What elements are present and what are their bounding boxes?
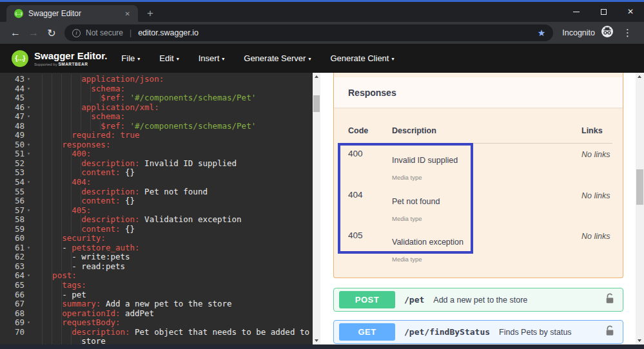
code-line[interactable]: 67 summary: Add a new pet to the store <box>0 299 313 309</box>
code-line[interactable]: store <box>0 337 313 344</box>
method-badge[interactable]: POST <box>339 291 395 308</box>
line-number[interactable]: 44 <box>0 84 24 94</box>
line-number[interactable]: 58 <box>0 215 24 225</box>
line-number[interactable]: 49 <box>0 131 24 140</box>
line-number[interactable]: 67 <box>0 299 24 309</box>
code-line[interactable]: 65 tags: <box>0 281 313 290</box>
code-line[interactable]: 66 - pet <box>0 290 313 300</box>
preview-scrollbar[interactable] <box>636 73 644 344</box>
line-number[interactable]: 47 <box>0 112 24 122</box>
code-line[interactable]: 56 content: {} <box>0 196 313 206</box>
close-window-button[interactable]: ✕ <box>617 2 644 21</box>
endpoint-post--pet[interactable]: POST/petAdd a new pet to the store <box>333 288 623 312</box>
line-number[interactable]: 48 <box>0 122 24 131</box>
fold-marker-icon[interactable]: ▾ <box>24 318 33 328</box>
line-number[interactable]: 70 <box>0 328 24 337</box>
line-number[interactable]: 62 <box>0 252 24 262</box>
code-line[interactable]: 64▾ post: <box>0 271 313 281</box>
back-button[interactable]: ← <box>6 27 24 39</box>
code-line[interactable]: 44▾ schema: <box>0 84 313 94</box>
new-tab-button[interactable]: + <box>147 8 153 19</box>
scroll-up-icon[interactable] <box>636 73 643 80</box>
scroll-down-icon[interactable] <box>313 337 320 344</box>
reload-button[interactable]: ↻ <box>43 27 61 39</box>
code-line[interactable]: 70 description: Pet object that needs to… <box>0 328 313 337</box>
code-line[interactable]: 47▾ schema: <box>0 112 313 122</box>
code-line[interactable]: 60 security: <box>0 234 313 243</box>
line-number[interactable] <box>0 337 24 344</box>
browser-tab[interactable]: {…} Swagger Editor ✕ <box>6 5 138 22</box>
fold-marker-icon[interactable]: ▾ <box>24 206 33 216</box>
scroll-down-icon[interactable] <box>636 337 643 344</box>
page-info-icon[interactable]: i <box>72 29 81 37</box>
menu-generate-client[interactable]: Generate Client▾ <box>330 53 394 63</box>
code-line[interactable]: 61▾ - petstore_auth: <box>0 243 313 253</box>
code-line[interactable]: 55 description: Pet not found <box>0 187 313 197</box>
endpoint-get--pet-findByStatus[interactable]: GET/pet/findByStatusFinds Pets by status <box>333 320 623 344</box>
code-line[interactable]: 51▾ 400: <box>0 149 313 159</box>
line-number[interactable]: 59 <box>0 225 24 234</box>
code-line[interactable]: 57▾ 405: <box>0 206 313 216</box>
code-line[interactable]: 59 content: {} <box>0 225 313 234</box>
code-line[interactable]: 58 description: Validation exception <box>0 215 313 225</box>
forward-button[interactable]: → <box>24 27 43 39</box>
code-line[interactable]: 45 $ref: '#/components/schemas/Pet' <box>0 93 313 103</box>
code-line[interactable]: 52 description: Invalid ID supplied <box>0 159 313 169</box>
maximize-button[interactable] <box>590 2 617 21</box>
fold-marker-icon[interactable]: ▾ <box>24 103 33 113</box>
line-number[interactable]: 54 <box>0 178 24 187</box>
fold-marker-icon[interactable]: ▾ <box>24 243 33 253</box>
fold-marker-icon[interactable]: ▾ <box>24 178 33 187</box>
code-line[interactable]: 62 - write:pets <box>0 252 313 262</box>
line-number[interactable]: 53 <box>0 168 24 178</box>
line-number[interactable]: 60 <box>0 234 24 243</box>
code-line[interactable]: 43▾ application/json: <box>0 75 313 84</box>
scroll-up-icon[interactable] <box>313 73 320 80</box>
line-number[interactable]: 51 <box>0 149 24 159</box>
line-number[interactable]: 66 <box>0 290 24 300</box>
code-line[interactable]: 63 - read:pets <box>0 262 313 272</box>
browser-menu-icon[interactable]: ⋮ <box>623 27 632 39</box>
line-number[interactable]: 50 <box>0 140 24 150</box>
line-number[interactable]: 64 <box>0 271 24 281</box>
line-number[interactable]: 63 <box>0 262 24 272</box>
line-number[interactable]: 65 <box>0 281 24 290</box>
fold-marker-icon[interactable]: ▾ <box>24 84 33 94</box>
line-number[interactable]: 69 <box>0 318 24 328</box>
code-line[interactable]: 49 required: true <box>0 131 313 140</box>
line-number[interactable]: 61 <box>0 243 24 253</box>
line-number[interactable]: 56 <box>0 196 24 206</box>
menu-insert[interactable]: Insert▾ <box>199 53 225 63</box>
code-line[interactable]: 46▾ application/xml: <box>0 103 313 113</box>
method-badge[interactable]: GET <box>339 323 395 341</box>
code-line[interactable]: 68 operationId: addPet <box>0 309 313 319</box>
editor-scrollbar[interactable] <box>313 73 320 344</box>
code-line[interactable]: 50▾ responses: <box>0 140 313 150</box>
fold-marker-icon[interactable]: ▾ <box>24 140 33 150</box>
menu-generate-server[interactable]: Generate Server▾ <box>244 53 311 63</box>
address-bar[interactable]: i Not secure | editor.swagger.io ★ <box>64 24 553 41</box>
tab-close-icon[interactable]: ✕ <box>122 9 133 19</box>
yaml-editor[interactable]: 43▾ application/json:44▾ schema:45 $ref:… <box>0 73 313 344</box>
fold-marker-icon[interactable]: ▾ <box>24 271 33 281</box>
line-number[interactable]: 43 <box>0 75 24 84</box>
code-line[interactable]: 54▾ 404: <box>0 178 313 187</box>
code-line[interactable]: 48 $ref: '#/components/schemas/Pet' <box>0 122 313 131</box>
line-number[interactable]: 55 <box>0 187 24 197</box>
fold-marker-icon[interactable]: ▾ <box>24 112 33 122</box>
bookmark-star-icon[interactable]: ★ <box>538 28 546 38</box>
fold-marker-icon[interactable]: ▾ <box>24 149 33 159</box>
line-number[interactable]: 68 <box>0 309 24 319</box>
fold-marker-icon[interactable]: ▾ <box>24 75 33 84</box>
line-number[interactable]: 52 <box>0 159 24 169</box>
preview-scrollbar-thumb[interactable] <box>636 169 643 205</box>
line-number[interactable]: 45 <box>0 93 24 103</box>
code-line[interactable]: 69▾ requestBody: <box>0 318 313 328</box>
line-number[interactable]: 57 <box>0 206 24 216</box>
auth-lock-icon[interactable] <box>605 293 614 307</box>
menu-edit[interactable]: Edit▾ <box>159 53 179 63</box>
line-number[interactable]: 46 <box>0 103 24 113</box>
url-text[interactable]: editor.swagger.io <box>138 28 538 37</box>
code-line[interactable]: 53 content: {} <box>0 168 313 178</box>
minimize-button[interactable] <box>563 2 590 21</box>
